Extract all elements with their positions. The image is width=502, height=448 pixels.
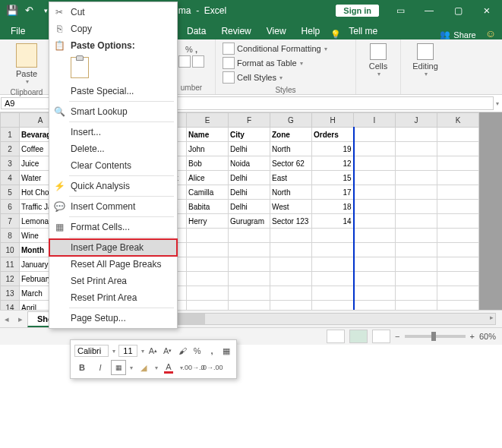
percent-icon[interactable]: % — [191, 343, 203, 358]
cell[interactable]: Delhi — [229, 142, 270, 156]
cell[interactable] — [270, 257, 312, 272]
italic-button[interactable]: I — [93, 360, 108, 375]
col-header[interactable]: E — [187, 113, 229, 128]
cell[interactable]: Zone — [270, 128, 312, 142]
cell[interactable]: Gurugram — [229, 214, 270, 229]
cell[interactable] — [270, 301, 312, 311]
cell[interactable] — [312, 229, 354, 243]
increase-decimal-icon[interactable] — [192, 55, 204, 68]
menu-reset-print-area[interactable]: Reset Print Area — [49, 289, 177, 306]
cell[interactable] — [396, 185, 437, 200]
paste-button[interactable]: Paste▾ — [5, 42, 49, 87]
close-icon[interactable]: × — [473, 0, 500, 21]
borders-icon[interactable]: ▦ — [221, 343, 232, 358]
cell[interactable] — [187, 301, 229, 311]
row-header[interactable]: 8 — [1, 229, 20, 243]
cell[interactable]: Babita — [187, 200, 229, 214]
cell[interactable]: Delhi — [229, 200, 270, 214]
cell[interactable]: Herry — [187, 214, 229, 229]
cell[interactable]: 14 — [312, 214, 354, 229]
border-button[interactable]: ▦ — [111, 360, 126, 375]
sign-in-button[interactable]: Sign in — [336, 5, 379, 17]
tab-data[interactable]: Data — [179, 23, 213, 39]
cell[interactable] — [354, 128, 396, 142]
menu-delete[interactable]: Delete... — [49, 140, 177, 157]
cell[interactable] — [229, 257, 270, 272]
increase-font-icon[interactable]: A▴ — [147, 343, 159, 358]
cell[interactable]: Delhi — [229, 171, 270, 185]
save-icon[interactable]: 💾 — [6, 5, 18, 17]
menu-insert[interactable]: Insert... — [49, 124, 177, 140]
cell[interactable]: Bob — [187, 156, 229, 171]
tell-me-icon[interactable]: 💡 — [330, 30, 341, 39]
minimize-icon[interactable]: — — [415, 0, 443, 21]
cell[interactable]: Alice — [187, 171, 229, 185]
menu-quick-analysis[interactable]: ⚡Quick Analysis — [49, 178, 177, 194]
tab-view[interactable]: View — [259, 23, 294, 39]
row-header[interactable]: 13 — [1, 286, 20, 301]
menu-smart-lookup[interactable]: 🔍Smart Lookup — [49, 103, 177, 120]
row-header[interactable]: 7 — [1, 214, 20, 229]
cell[interactable]: 18 — [312, 200, 354, 214]
menu-page-setup[interactable]: Page Setup... — [49, 310, 177, 327]
cell[interactable]: North — [270, 142, 312, 156]
font-color-button[interactable]: A — [161, 360, 176, 375]
cell[interactable] — [396, 257, 437, 272]
editing-button[interactable]: Editing▾ — [406, 42, 445, 79]
menu-cut[interactable]: ✂Cut — [49, 4, 177, 21]
cell[interactable] — [354, 243, 396, 257]
cell[interactable] — [396, 229, 437, 243]
cell[interactable]: 15 — [312, 171, 354, 185]
col-header[interactable]: F — [229, 113, 270, 128]
cell[interactable] — [312, 243, 354, 257]
cell[interactable] — [187, 257, 229, 272]
cell[interactable] — [396, 243, 437, 257]
cell[interactable] — [312, 272, 354, 286]
font-size-picker[interactable]: 11 — [118, 345, 137, 357]
cell[interactable] — [437, 171, 479, 185]
row-header[interactable]: 4 — [1, 171, 20, 185]
cell[interactable]: East — [270, 171, 312, 185]
cell[interactable] — [354, 272, 396, 286]
menu-format-cells[interactable]: ▦Format Cells... — [49, 219, 177, 235]
cell[interactable] — [187, 286, 229, 301]
cell[interactable] — [312, 301, 354, 311]
cell[interactable] — [354, 286, 396, 301]
row-header[interactable]: 12 — [1, 272, 20, 286]
row-header[interactable]: 1 — [1, 128, 20, 142]
cell[interactable] — [437, 286, 479, 301]
decrease-decimal-button[interactable]: .00→.0 — [186, 360, 201, 375]
cell[interactable] — [396, 301, 437, 311]
cells-button[interactable]: Cells▾ — [361, 42, 396, 79]
tab-help[interactable]: Help — [294, 23, 328, 39]
row-header[interactable]: 11 — [1, 257, 20, 272]
decrease-font-icon[interactable]: A▾ — [162, 343, 173, 358]
cell[interactable] — [396, 214, 437, 229]
cell[interactable] — [354, 156, 396, 171]
zoom-in-button[interactable]: + — [470, 332, 475, 341]
format-as-table-button[interactable]: Format as Table▾ — [220, 56, 351, 70]
cell[interactable] — [229, 272, 270, 286]
cell[interactable] — [437, 128, 479, 142]
cell[interactable] — [437, 257, 479, 272]
col-header[interactable]: G — [270, 113, 312, 128]
col-header[interactable]: J — [396, 113, 437, 128]
cell[interactable] — [396, 171, 437, 185]
cell[interactable] — [437, 214, 479, 229]
restore-icon[interactable]: ▢ — [444, 0, 472, 21]
row-header[interactable]: 6 — [1, 200, 20, 214]
cell[interactable] — [312, 286, 354, 301]
col-header[interactable]: H — [312, 113, 354, 128]
conditional-formatting-button[interactable]: Conditional Formatting▾ — [220, 42, 351, 55]
cell[interactable]: 19 — [312, 142, 354, 156]
menu-copy[interactable]: ⎘Copy — [49, 21, 177, 37]
paste-option-default[interactable] — [71, 54, 177, 83]
cell[interactable] — [437, 243, 479, 257]
cell[interactable] — [396, 128, 437, 142]
cell[interactable] — [354, 214, 396, 229]
cell[interactable]: Orders — [312, 128, 354, 142]
cell[interactable]: Sector 123 — [270, 214, 312, 229]
share-button[interactable]: 👥 Share — [440, 30, 475, 39]
cell[interactable] — [229, 229, 270, 243]
normal-view-icon[interactable] — [327, 330, 345, 343]
